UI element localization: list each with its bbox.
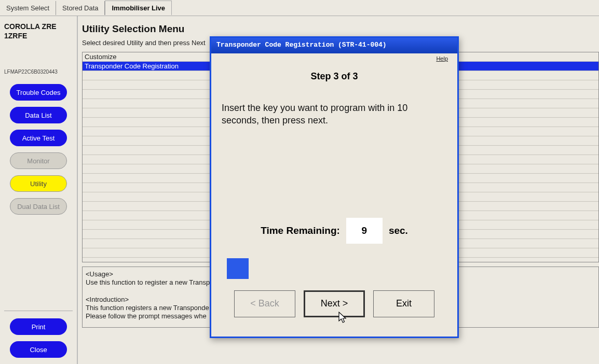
sidebar-divider: [4, 311, 73, 311]
dialog-instruction: Insert the key you want to program with …: [222, 102, 447, 127]
sidebar: COROLLA ZRE 1ZRFE LFMAP22C6B0320443 Trou…: [0, 16, 78, 364]
dialog-step: Step 3 of 3: [222, 71, 447, 82]
ecu-id: LFMAP22C6B0320443: [4, 69, 73, 75]
next-button[interactable]: Next >: [304, 290, 365, 317]
print-button[interactable]: Print: [10, 318, 67, 335]
time-remaining-value: 9: [346, 218, 383, 244]
progress-fill: [227, 258, 249, 279]
dialog-help-link[interactable]: Help: [211, 53, 457, 62]
active-test-button[interactable]: Active Test: [10, 130, 67, 146]
utility-button[interactable]: Utility: [10, 175, 67, 192]
time-remaining-row: Time Remaining: 9 sec.: [222, 218, 447, 244]
exit-button[interactable]: Exit: [373, 290, 434, 317]
data-list-button[interactable]: Data List: [10, 107, 67, 123]
monitor-button: Monitor: [10, 152, 67, 169]
back-button: < Back: [234, 290, 295, 317]
tab-system-select[interactable]: System Select: [0, 1, 56, 15]
transponder-dialog: Transponder Code Registration (STR-41-00…: [210, 36, 459, 338]
progress-bar: [227, 258, 442, 279]
top-tab-bar: System Select Stored Data Immobiliser Li…: [0, 0, 599, 16]
tab-immobiliser-live[interactable]: Immobiliser Live: [105, 1, 172, 15]
dialog-titlebar[interactable]: Transponder Code Registration (STR-41-00…: [211, 38, 457, 53]
tab-stored-data[interactable]: Stored Data: [56, 1, 105, 15]
time-remaining-unit: sec.: [389, 225, 408, 236]
time-remaining-label: Time Remaining:: [261, 225, 340, 236]
close-button[interactable]: Close: [10, 341, 67, 358]
vehicle-label: COROLLA ZRE 1ZRFE: [4, 22, 73, 40]
page-title: Utility Selection Menu: [82, 23, 599, 35]
dual-data-list-button: Dual Data List: [10, 198, 67, 215]
trouble-codes-button[interactable]: Trouble Codes: [10, 84, 67, 101]
